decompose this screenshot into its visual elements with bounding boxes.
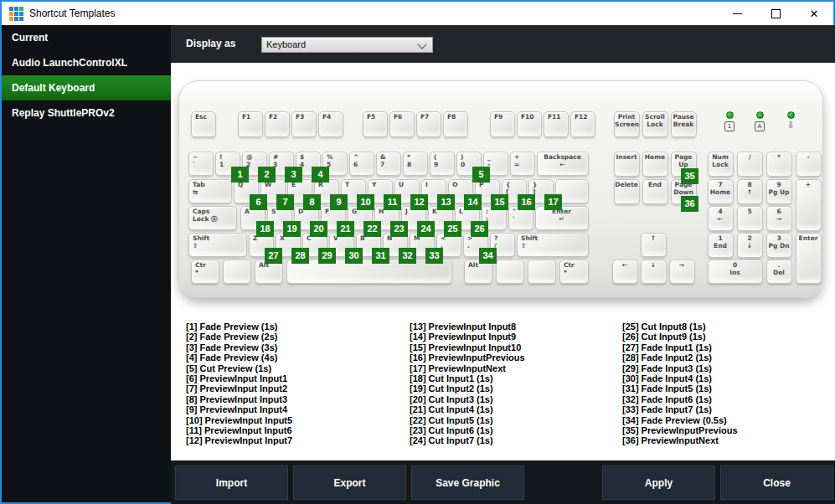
key-label: I [422, 180, 446, 189]
key-label: * [767, 152, 791, 162]
key-label: Print Screen [615, 112, 639, 128]
shortcut-badge-16: 16 [518, 194, 535, 210]
key-label: 5 [738, 207, 762, 216]
legend-item: [24] Cut Input7 (1s) [410, 435, 525, 445]
key-label: F12 [571, 112, 595, 121]
close-button[interactable]: Close [720, 465, 833, 500]
legend-item: [4] Fade Preview (4s) [186, 352, 292, 363]
key-home: Home [642, 152, 668, 177]
key-label: U [395, 180, 419, 189]
key-blank: * [766, 152, 792, 177]
shortcut-badge-15: 15 [491, 194, 508, 210]
sidebar-item-audio-launchcontrolxl[interactable]: Audio LaunchControlXL [2, 50, 171, 75]
display-as-value: Keyboard [266, 39, 306, 49]
key-label: End [643, 180, 667, 189]
key-label: F3 [292, 112, 316, 121]
legend-item: [29] Fade Input3 (1s) [622, 363, 738, 373]
key-label: 6 → [767, 207, 791, 223]
key-4: 4 ← [708, 206, 734, 231]
legend-item: [36] PreviewInputNext [622, 435, 738, 445]
key-blank: + [796, 179, 822, 231]
save-graphic-button[interactable]: Save Graphic [411, 465, 524, 500]
key-0: ) 05 [456, 152, 482, 176]
sidebar-item-current[interactable]: Current [2, 25, 171, 50]
legend-item: [6] PreviewInput Input1 [186, 373, 292, 383]
legend-column-1: [1] Fade Preview (1s)[2] Fade Preview (2… [186, 321, 292, 446]
logo-cell [14, 7, 18, 11]
shortcut-badge-19: 19 [283, 221, 301, 237]
minimize-button[interactable] [718, 2, 756, 25]
legend-item: [5] Cut Preview (1s) [186, 363, 292, 373]
legend-item: [12] PreviewInput Input7 [186, 435, 292, 445]
shortcut-badge-34: 34 [479, 248, 497, 264]
key-label [556, 180, 588, 182]
key-label: F1 [239, 112, 262, 121]
key-label: F9 [491, 112, 514, 121]
shortcut-badge-7: 7 [276, 194, 294, 210]
key-label: 4 ← [709, 207, 733, 223]
key-f9: F9 [490, 111, 515, 137]
title-bar: Shortcut Templates ✕ [2, 2, 833, 25]
shortcut-badge-29: 29 [318, 248, 336, 264]
key-7-home: 7 Home [708, 179, 734, 204]
import-button[interactable]: Import [175, 465, 288, 500]
led-indicator: 1 [723, 111, 736, 131]
key-blank: + = [510, 152, 535, 176]
shortcut-badge-26: 26 [471, 221, 488, 237]
key-6: 6 → [766, 206, 792, 231]
key-blank: ↓ [641, 260, 667, 284]
export-button[interactable]: Export [293, 465, 406, 500]
legend-item: [18] Cut Input1 (1s) [410, 373, 525, 383]
display-as-dropdown[interactable]: Keyboard [261, 37, 433, 53]
key-q: Q6 [234, 179, 259, 203]
logo-cell [9, 12, 13, 16]
logo-cell [19, 7, 23, 11]
legend-item: [20] Cut Input3 (1s) [410, 394, 525, 404]
key-del: . Del [766, 260, 792, 284]
shortcut-badge-25: 25 [444, 221, 461, 237]
key-blank: / [737, 152, 763, 177]
close-button[interactable]: ✕ [795, 2, 833, 25]
key-f12: F12 [570, 111, 595, 137]
key-page-up: Page Up35 [671, 152, 697, 177]
key-label: Insert [615, 152, 639, 162]
shortcut-badge-28: 28 [291, 248, 309, 264]
key-label: Delete [615, 180, 639, 189]
logo-cell [9, 17, 13, 21]
maximize-button[interactable] [756, 2, 795, 25]
key-label: . Del [767, 260, 791, 276]
key-8: * 8 [403, 152, 428, 176]
legend-item: [21] Cut Input4 (1s) [410, 404, 525, 414]
shortcut-badge-21: 21 [337, 221, 354, 237]
sidebar-item-default-keyboard[interactable]: Default Keyboard [2, 75, 171, 100]
key-shift: Shift ⇧ [188, 233, 247, 257]
key-8: 8 ↑ [737, 179, 763, 204]
key-label: 1 End [709, 234, 733, 249]
shortcut-badge-12: 12 [410, 194, 428, 210]
led-symbol-icon: ⇩ [786, 121, 795, 130]
legend-item: [19] Cut Input2 (1s) [410, 383, 525, 393]
shortcut-badge-2: 2 [258, 167, 276, 183]
legend-item: [16] PreviewInputPrevious [410, 352, 525, 363]
key-f10: F10 [517, 111, 542, 137]
key-label [224, 260, 250, 262]
key-backspace: Backspace ← [537, 152, 589, 176]
key-label: Home [643, 152, 667, 162]
key-label: Scroll Lock [643, 112, 667, 128]
key-shift: Shift ⇧ [517, 233, 589, 257]
legend-item: [1] Fade Preview (1s) [186, 321, 292, 332]
key-blank [528, 260, 556, 284]
key-enter: Enter [796, 233, 822, 284]
key-label [528, 260, 555, 262]
shortcut-badge-18: 18 [256, 221, 274, 237]
key-label: Num Lock [709, 152, 733, 168]
sidebar-item-replay-shuttleprov2[interactable]: Replay ShuttlePROv2 [2, 100, 171, 126]
logo-cell [19, 12, 23, 16]
key-label: Shift ⇧ [518, 234, 588, 249]
apply-button[interactable]: Apply [602, 465, 715, 500]
legend-item: [22] Cut Input5 (1s) [410, 415, 525, 425]
key-blank [496, 260, 524, 284]
key-blank: ← [612, 260, 638, 284]
legend-item: [8] PreviewInput Input3 [186, 394, 292, 404]
key-label: Pause Break [672, 112, 696, 128]
